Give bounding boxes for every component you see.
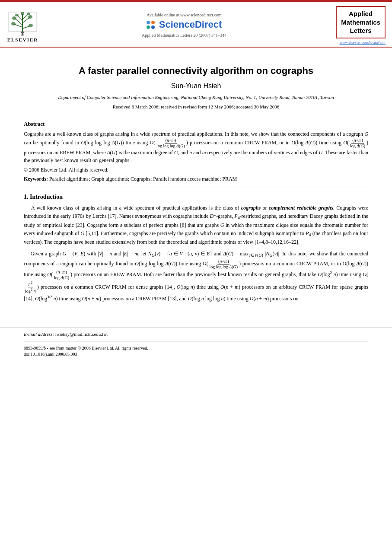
journal-title-box: Applied Mathematics Letters: [336, 6, 386, 38]
sd-dot-1: [147, 21, 150, 24]
journal-info-line: Applied Mathematics Letters 20 (2007) 34…: [142, 33, 226, 38]
available-online-text: Available online at www.sciencedirect.co…: [147, 13, 221, 17]
footer-divider: [24, 341, 368, 341]
svg-point-13: [29, 24, 33, 27]
elsevier-label: ELSEVIER: [7, 37, 38, 42]
email-footnote: E-mail address: hsiehsy@mail.ncku.edu.tw…: [24, 331, 368, 337]
sciencedirect-section: Available online at www.sciencedirect.co…: [63, 6, 306, 45]
intro-paragraph-1: A well-known class of graphs arising in …: [24, 204, 368, 246]
copyright-text: © 2006 Elsevier Ltd. All rights reserved…: [24, 167, 368, 173]
sciencedirect-logo: ScienceDirect: [147, 19, 222, 30]
article-affiliation: Department of Computer Science and Infor…: [24, 94, 368, 101]
svg-point-15: [21, 31, 24, 34]
sd-dot-3: [147, 25, 150, 29]
article-title: A faster parallel connectivity algorithm…: [24, 65, 368, 77]
section1-title: 1. Introduction: [24, 194, 368, 201]
elsevier-logo-section: ELSEVIER: [6, 6, 58, 45]
email-label: E-mail address:: [24, 331, 54, 337]
abstract-title: Abstract: [24, 121, 368, 127]
page: ELSEVIER Available online at www.science…: [0, 0, 392, 535]
sd-dot-2: [151, 21, 155, 24]
article-body: A faster parallel connectivity algorithm…: [0, 48, 392, 315]
svg-point-11: [27, 13, 30, 15]
elsevier-tree-icon: [6, 8, 39, 36]
svg-point-12: [11, 22, 16, 25]
doi-footnote: doi:10.1016/j.aml.2006.05.003: [24, 352, 368, 357]
journal-box-section: Applied Mathematics Letters www.elsevier…: [310, 6, 386, 45]
keywords-label: Keywords:: [24, 176, 48, 182]
intro-paragraph-2: Given a graph G = (V, E) with |V| = n an…: [24, 250, 368, 303]
keywords-text: Parallel algorithms; Graph algorithms; C…: [49, 176, 237, 182]
article-received: Received 6 March 2006; received in revis…: [24, 104, 368, 109]
svg-point-10: [15, 14, 19, 16]
abstract-text: Cographs are a well-known class of graph…: [24, 130, 368, 164]
svg-line-18: [21, 35, 22, 36]
issn-footnote: 0893-9659/$ - see front matter © 2006 El…: [24, 346, 368, 350]
keywords-section: Keywords: Parallel algorithms; Graph alg…: [24, 176, 368, 182]
svg-line-19: [22, 35, 24, 36]
divider-1: [24, 116, 368, 116]
email-value: hsiehsy@mail.ncku.edu.tw.: [55, 331, 108, 337]
journal-url[interactable]: www.elsevier.com/locate/aml: [340, 40, 386, 45]
svg-point-9: [28, 15, 32, 19]
footer-section: E-mail address: hsiehsy@mail.ncku.edu.tw…: [0, 328, 392, 357]
journal-title: Applied Mathematics Letters: [341, 10, 380, 35]
sciencedirect-name: ScienceDirect: [159, 19, 222, 30]
abstract-section: Abstract Cographs are a well-known class…: [24, 121, 368, 182]
elsevier-logo: ELSEVIER: [6, 8, 39, 42]
header: ELSEVIER Available online at www.science…: [0, 2, 392, 48]
divider-2: [24, 187, 368, 187]
svg-point-8: [12, 16, 16, 20]
svg-point-14: [21, 12, 24, 15]
article-author: Sun-Yuan Hsieh: [24, 82, 368, 90]
sd-dot-4: [151, 25, 155, 29]
